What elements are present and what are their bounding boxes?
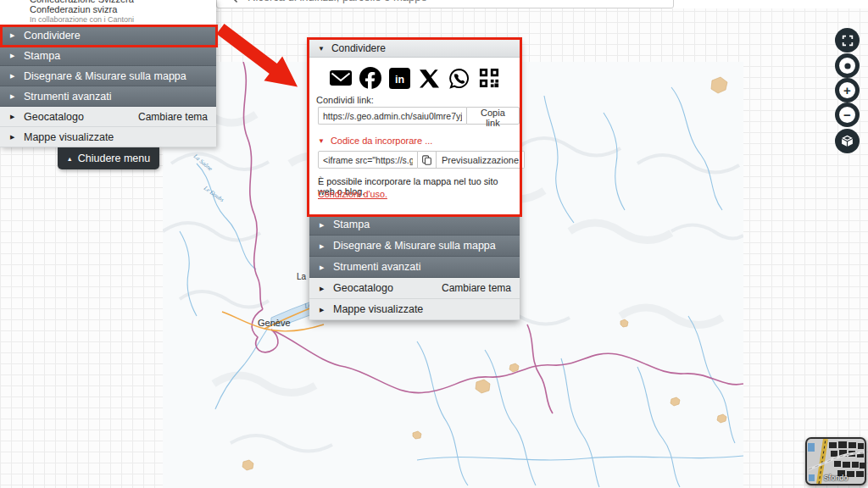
share-icons-row: in bbox=[309, 58, 520, 92]
basemap-label: Sfondo bbox=[807, 474, 865, 482]
toggle-3d-button[interactable] bbox=[835, 129, 860, 153]
zoom-in-button[interactable]: + bbox=[835, 78, 860, 103]
chevron-right-icon: ▶ bbox=[320, 286, 324, 291]
close-menu-button[interactable]: ▲ Chiudere menu bbox=[58, 147, 159, 169]
map-label-geneve: Genève bbox=[258, 318, 291, 328]
panel-item-stampa[interactable]: ▶ Stampa bbox=[309, 214, 520, 236]
plus-icon: + bbox=[843, 84, 851, 97]
logo-line2: Confederaziun svizra bbox=[30, 4, 117, 14]
chevron-down-icon: ▼ bbox=[318, 137, 325, 145]
x-twitter-share-icon[interactable] bbox=[418, 67, 441, 90]
cambiare-tema-link[interactable]: Cambiare tema bbox=[442, 282, 511, 294]
sidebar-item-geocatalogo[interactable]: ▶ Geocatalogo Cambiare tema bbox=[0, 107, 216, 127]
geolocate-icon bbox=[843, 62, 852, 70]
panel-item-label: Disegnare & Misurare sulla mappa bbox=[333, 240, 496, 252]
linkedin-share-icon[interactable]: in bbox=[388, 67, 411, 90]
terms-of-use-link[interactable]: Condizioni d'uso. bbox=[318, 189, 387, 199]
share-link-label: Condividi link: bbox=[316, 95, 374, 105]
chevron-right-icon: ▶ bbox=[320, 307, 324, 313]
sidebar-item-label: Condividere bbox=[24, 30, 81, 42]
facebook-share-icon[interactable] bbox=[359, 67, 381, 90]
logo-subline: In collaborazione con i Cantoni bbox=[30, 15, 134, 24]
panel-item-label: Mappe visualizzate bbox=[333, 303, 423, 315]
sidebar-menu: Confederazione Svizzera Confederaziun sv… bbox=[0, 0, 216, 147]
geolocate-button[interactable] bbox=[835, 53, 860, 78]
map-label-lausanne-partial: La bbox=[297, 272, 307, 281]
panel-item-disegnare[interactable]: ▶ Disegnare & Misurare sulla mappa bbox=[309, 236, 520, 257]
share-panel-body: in bbox=[309, 58, 520, 214]
share-panel-title: Condividere bbox=[331, 42, 386, 54]
cambiare-tema-link[interactable]: Cambiare tema bbox=[138, 111, 208, 123]
embed-code-row: Previsualizzazione bbox=[318, 151, 525, 169]
zoom-out-button[interactable]: − bbox=[835, 103, 860, 127]
chevron-right-icon: ▶ bbox=[10, 134, 14, 140]
embed-code-toggle[interactable]: ▼ Codice da incorporare ... bbox=[318, 136, 432, 146]
sidebar-item-label: Disegnare & Misurare sulla mappa bbox=[24, 70, 186, 82]
minus-icon: − bbox=[843, 108, 851, 121]
chevron-down-icon: ▼ bbox=[318, 45, 325, 53]
sidebar-item-stampa[interactable]: ▶ Stampa bbox=[0, 46, 216, 66]
chevron-up-icon: ▲ bbox=[67, 156, 73, 162]
copy-embed-code-button[interactable] bbox=[418, 151, 437, 169]
chevron-right-icon: ▶ bbox=[320, 264, 324, 270]
preview-button[interactable]: Previsualizzazione bbox=[437, 151, 525, 169]
panel-item-label: Strumenti avanzati bbox=[333, 261, 421, 273]
close-menu-label: Chiudere menu bbox=[78, 152, 150, 164]
sidebar-item-label: Mappe visualizzate bbox=[24, 131, 114, 143]
cube-3d-icon bbox=[840, 134, 854, 148]
sidebar-item-disegnare[interactable]: ▶ Disegnare & Misurare sulla mappa bbox=[0, 66, 216, 86]
search-icon bbox=[225, 0, 238, 3]
chevron-right-icon: ▶ bbox=[10, 73, 14, 79]
chevron-right-icon: ▶ bbox=[320, 222, 324, 228]
whatsapp-share-icon[interactable] bbox=[448, 67, 470, 90]
confederation-logo-block: Confederazione Svizzera Confederaziun sv… bbox=[0, 0, 216, 25]
basemap-selector[interactable]: Sfondo bbox=[805, 437, 866, 485]
copy-icon bbox=[421, 154, 432, 166]
email-share-icon[interactable] bbox=[329, 67, 352, 90]
sidebar-item-mappe-visualizzate[interactable]: ▶ Mappe visualizzate bbox=[0, 127, 216, 147]
chevron-right-icon: ▶ bbox=[10, 32, 14, 38]
panel-item-label: Geocatalogo bbox=[333, 282, 393, 294]
embed-code-input[interactable] bbox=[318, 151, 418, 169]
geoadmin-app: Genève Le Léman La Le Doubs La Saône Con… bbox=[0, 0, 868, 488]
search-input[interactable] bbox=[246, 0, 656, 4]
panel-menu: ▶ Stampa ▶ Disegnare & Misurare sulla ma… bbox=[309, 214, 520, 320]
svg-text:in: in bbox=[395, 74, 404, 86]
share-link-row: Copia link bbox=[318, 107, 520, 125]
sidebar-item-strumenti[interactable]: ▶ Strumenti avanzati bbox=[0, 86, 216, 107]
panel-item-label: Stampa bbox=[333, 219, 370, 230]
panel-item-strumenti[interactable]: ▶ Strumenti avanzati bbox=[309, 257, 520, 278]
sidebar-item-condividere[interactable]: ▶ Condividere bbox=[0, 25, 216, 46]
chevron-right-icon: ▶ bbox=[320, 243, 324, 249]
fullscreen-icon bbox=[841, 34, 854, 47]
sidebar-item-label: Stampa bbox=[24, 50, 60, 62]
share-float-panel: ▼ Condividere in bbox=[309, 40, 520, 320]
search-bar[interactable] bbox=[216, 0, 674, 8]
panel-item-mappe-visualizzate[interactable]: ▶ Mappe visualizzate bbox=[309, 299, 520, 320]
sidebar-item-label: Geocatalogo bbox=[24, 111, 84, 123]
fullscreen-button[interactable] bbox=[835, 28, 860, 53]
sidebar-item-label: Strumenti avanzati bbox=[24, 91, 112, 103]
copy-link-button[interactable]: Copia link bbox=[466, 107, 520, 125]
chevron-right-icon: ▶ bbox=[10, 93, 14, 99]
share-panel-header[interactable]: ▼ Condividere bbox=[309, 40, 520, 58]
chevron-right-icon: ▶ bbox=[10, 114, 14, 119]
embed-toggle-label: Codice da incorporare ... bbox=[331, 136, 432, 146]
panel-item-geocatalogo[interactable]: ▶ Geocatalogo Cambiare tema bbox=[309, 278, 520, 299]
qr-code-share-icon[interactable] bbox=[477, 67, 500, 90]
chevron-right-icon: ▶ bbox=[10, 53, 14, 58]
share-link-input[interactable] bbox=[318, 107, 466, 125]
